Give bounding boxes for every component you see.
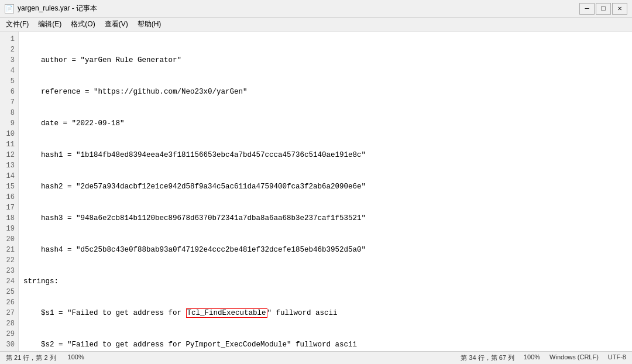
highlight-tcl-findexecutable: Tcl_FindExecutable [186,308,267,318]
code-line-9: $s1 = "Failed to get address for Tcl_Fin… [23,308,627,318]
editor-content[interactable]: author = "yarGen Rule Generator" referen… [19,32,632,351]
code-line-2: reference = "https://github.com/Neo23x0/… [23,87,627,97]
code-line-7: hash4 = "d5c25b8c43e0f88bab93a0f47192e4c… [23,245,627,255]
window-title: yargen_rules.yar - 记事本 [18,4,97,13]
minimize-button[interactable]: ─ [579,3,595,15]
status-line-ending: Windows (CRLF) [549,353,599,362]
code-line-4: hash1 = "1b184fb48ed8394eea4e3f181156653… [23,150,627,160]
main-area: 1 2 3 4 5 6 7 8 9 10 11 12 13 14 15 16 1… [0,32,632,351]
maximize-button[interactable]: □ [596,3,611,15]
title-bar: 📄 yargen_rules.yar - 记事本 ─ □ ✕ [0,0,632,18]
status-zoom-right: 100% [524,353,540,362]
app-icon: 📄 [5,4,14,13]
menu-format[interactable]: 格式(O) [67,18,98,30]
status-cursor-right: 第 34 行，第 67 列 [461,353,514,362]
code-line-6: hash3 = "948a6e2cb814b1120bec89678d6370b… [23,213,627,224]
status-cursor-left: 第 21 行，第 2 列 [6,353,56,362]
menu-bar: 文件(F) 编辑(E) 格式(O) 查看(V) 帮助(H) [0,18,632,32]
code-line-8: strings: [23,276,627,287]
status-encoding: UTF-8 [608,353,626,362]
code-line-10: $s2 = "Failed to get address for PyImpor… [23,339,627,350]
status-zoom-left: 100% [68,353,84,362]
menu-view[interactable]: 查看(V) [101,18,132,30]
menu-help[interactable]: 帮助(H) [134,18,165,30]
status-bar: 第 21 行，第 2 列 100% 第 34 行，第 67 列 100% Win… [0,351,632,364]
close-button[interactable]: ✕ [612,3,627,15]
code-line-3: date = "2022-09-18" [23,118,627,129]
window-controls: ─ □ ✕ [579,3,627,15]
line-numbers: 1 2 3 4 5 6 7 8 9 10 11 12 13 14 15 16 1… [0,32,19,351]
menu-edit[interactable]: 编辑(E) [35,18,65,30]
code-line-1: author = "yarGen Rule Generator" [23,55,627,66]
menu-file[interactable]: 文件(F) [2,18,32,30]
code-line-5: hash2 = "2de57a934dacbf12e1ce942d58f9a34… [23,181,627,192]
